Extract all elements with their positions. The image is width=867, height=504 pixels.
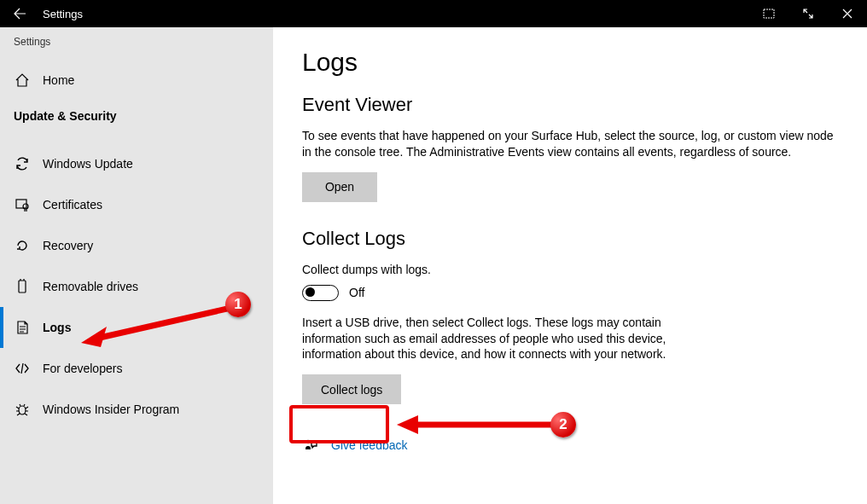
rect-icon [763, 9, 775, 19]
toggle-state-label: Off [349, 286, 364, 299]
collect-logs-heading: Collect Logs [302, 228, 838, 250]
bug-icon [14, 401, 31, 418]
open-button[interactable]: Open [302, 172, 377, 202]
window-title: Settings [43, 8, 83, 20]
close-icon [842, 9, 852, 19]
maximize-icon [802, 8, 814, 20]
sidebar-item-recovery[interactable]: Recovery [0, 225, 273, 266]
event-viewer-heading: Event Viewer [302, 94, 838, 116]
sidebar-item-home[interactable]: Home [0, 60, 273, 101]
close-button[interactable] [828, 0, 867, 27]
page-title: Logs [302, 48, 838, 77]
sidebar: Settings Home Update & Security Windows … [0, 27, 273, 504]
sidebar-item-for-developers[interactable]: For developers [0, 348, 273, 389]
titlebar: Settings [0, 0, 867, 27]
sidebar-item-label: Removable drives [43, 280, 138, 293]
breadcrumb: Settings [0, 27, 273, 60]
sidebar-item-label: Recovery [43, 239, 93, 252]
svg-rect-3 [19, 281, 26, 293]
developers-icon [14, 360, 31, 377]
usb-icon [14, 278, 31, 295]
sidebar-item-windows-update[interactable]: Windows Update [0, 143, 273, 184]
sidebar-section-header: Update & Security [0, 101, 273, 131]
sidebar-item-label: Home [43, 73, 74, 87]
system-button-1[interactable] [749, 0, 788, 27]
document-icon [14, 319, 31, 336]
arrow-left-icon [13, 7, 26, 20]
sidebar-item-label: Windows Insider Program [43, 403, 179, 416]
svg-rect-0 [764, 9, 774, 18]
collect-dumps-label: Collect dumps with logs. [302, 262, 838, 278]
sidebar-item-label: Windows Update [43, 157, 133, 171]
sidebar-item-insider[interactable]: Windows Insider Program [0, 389, 273, 430]
maximize-button[interactable] [788, 0, 828, 27]
collect-logs-button[interactable]: Collect logs [302, 374, 401, 404]
sidebar-item-logs[interactable]: Logs [0, 307, 273, 348]
sync-icon [14, 155, 31, 172]
recovery-icon [14, 237, 31, 254]
collect-dumps-toggle[interactable] [302, 285, 339, 301]
collect-logs-description: Insert a USB drive, then select Collect … [302, 315, 669, 363]
sidebar-item-label: For developers [43, 362, 122, 375]
home-icon [14, 72, 31, 89]
sidebar-item-label: Certificates [43, 198, 102, 211]
sidebar-item-label: Logs [43, 321, 71, 334]
sidebar-item-removable-drives[interactable]: Removable drives [0, 266, 273, 307]
sidebar-item-certificates[interactable]: Certificates [0, 184, 273, 225]
event-viewer-description: To see events that have happened on your… [302, 128, 838, 160]
svg-point-4 [19, 406, 26, 414]
certificate-icon [14, 196, 31, 213]
annotation-red-box [289, 405, 389, 443]
back-button[interactable] [0, 0, 39, 27]
